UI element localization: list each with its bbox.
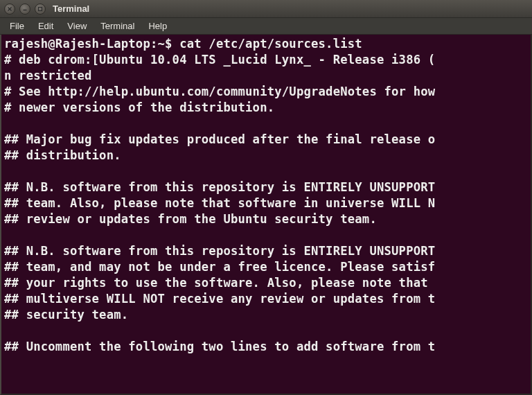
window-title: Terminal [53, 3, 89, 14]
output-line: ## review or updates from the Ubuntu sec… [4, 212, 377, 226]
menu-edit[interactable]: Edit [31, 19, 60, 33]
svg-rect-3 [39, 7, 42, 10]
output-line: ## team. Also, please note that software… [4, 196, 435, 210]
output-line: ## Major bug fix updates produced after … [4, 132, 435, 146]
command-text: cat /etc/apt/sources.list [179, 37, 362, 51]
maximize-button[interactable] [35, 3, 46, 15]
close-icon [7, 6, 12, 12]
window-controls [4, 3, 46, 15]
output-line: ## N.B. software from this repository is… [4, 180, 435, 194]
close-button[interactable] [4, 3, 15, 15]
output-line: ## distribution. [4, 148, 121, 162]
output-line: # deb cdrom:[Ubuntu 10.04 LTS _Lucid Lyn… [4, 53, 435, 67]
output-line: # newer versions of the distribution. [4, 100, 274, 114]
titlebar: Terminal [0, 0, 532, 18]
menubar: File Edit View Terminal Help [0, 18, 532, 35]
menu-file[interactable]: File [3, 19, 31, 33]
output-line: ## security team. [4, 308, 128, 322]
maximize-icon [37, 6, 43, 12]
menu-help[interactable]: Help [141, 19, 174, 33]
output-line: n restricted [4, 69, 92, 82]
menu-terminal[interactable]: Terminal [94, 19, 141, 33]
output-line: ## team, and may not be under a free lic… [4, 260, 435, 274]
menu-view[interactable]: View [60, 19, 94, 33]
prompt: rajesh@Rajesh-Laptop:~$ [4, 37, 179, 51]
minimize-button[interactable] [19, 3, 30, 15]
output-line: ## your rights to use the software. Also… [4, 276, 435, 290]
terminal-area[interactable]: rajesh@Rajesh-Laptop:~$ cat /etc/apt/sou… [0, 35, 532, 395]
terminal-content: rajesh@Rajesh-Laptop:~$ cat /etc/apt/sou… [4, 36, 528, 355]
output-line: ## Uncomment the following two lines to … [4, 340, 435, 353]
output-line: ## N.B. software from this repository is… [4, 244, 435, 258]
output-line: ## multiverse WILL NOT receive any revie… [4, 292, 435, 306]
minimize-icon [22, 6, 28, 12]
output-line: # See http://help.ubuntu.com/community/U… [4, 85, 435, 98]
